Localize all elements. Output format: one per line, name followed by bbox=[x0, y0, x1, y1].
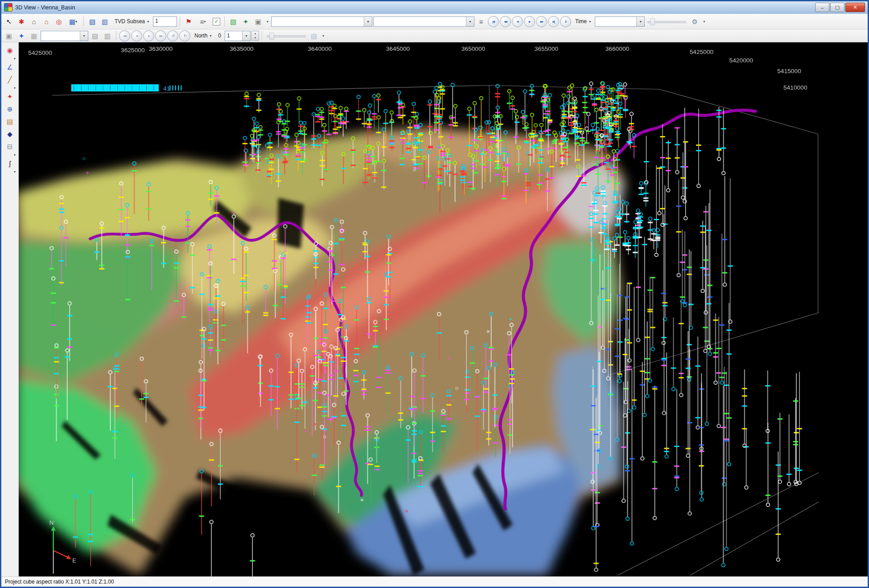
fast-forward-button[interactable]: ▸▸ bbox=[536, 16, 547, 27]
svg-text:E: E bbox=[72, 558, 76, 564]
tool-curve-icon[interactable]: ∫ bbox=[3, 157, 16, 169]
cval-glyph bbox=[272, 17, 364, 26]
tool-expander-1[interactable]: ▾ bbox=[3, 57, 16, 61]
tool-pick-icon[interactable]: ✦ bbox=[3, 90, 16, 103]
player-combo[interactable]: ▾ bbox=[595, 16, 645, 27]
copy-view-icon[interactable]: ▣ bbox=[3, 30, 15, 41]
tool-hammer-icon[interactable]: ⊕ bbox=[3, 103, 16, 115]
skip-end-button[interactable]: ▸| bbox=[548, 16, 559, 27]
nav-forward-button[interactable]: ▸ bbox=[143, 30, 154, 41]
step-spinner[interactable]: ▴▾ bbox=[251, 31, 259, 41]
step-back-button[interactable]: ◂ bbox=[512, 16, 523, 27]
svg-text:×: × bbox=[360, 497, 364, 503]
cval-glyph bbox=[595, 17, 636, 26]
svg-text:5415000: 5415000 bbox=[777, 68, 801, 74]
home-icon[interactable]: ⌂ bbox=[28, 16, 40, 27]
tool-layers-icon[interactable]: ▤ bbox=[3, 115, 16, 127]
hierarchy-dropdown[interactable]: ▾ bbox=[701, 16, 707, 26]
speed-slider[interactable] bbox=[646, 17, 688, 26]
cube-intersection-icon[interactable]: ▥ bbox=[99, 16, 111, 27]
nav-back-button[interactable]: ◂ bbox=[131, 30, 142, 41]
minimize-button[interactable]: – bbox=[815, 3, 829, 12]
tool-education-icon[interactable]: ◆ bbox=[3, 128, 16, 140]
play-button[interactable]: ▸ bbox=[524, 16, 535, 27]
cbtn-glyph: ▾ bbox=[242, 31, 250, 41]
scene-canvas[interactable]: *×○×+○+××○++5425000362500036300003635000… bbox=[19, 42, 868, 576]
gl-glyph: ≡ bbox=[200, 18, 204, 25]
rotate-right-button[interactable]: ↻ bbox=[179, 30, 190, 41]
gl-glyph: ⊕ bbox=[7, 106, 13, 112]
tool-expander-3[interactable]: ▾ bbox=[3, 153, 16, 157]
tool-database-icon[interactable]: ⊟ bbox=[3, 140, 16, 152]
viewport-3d[interactable]: *×○×+○+××○++5425000362500036300003635000… bbox=[19, 42, 868, 576]
compass-icon[interactable]: ✦ bbox=[16, 30, 27, 41]
pause-button[interactable]: ‖ bbox=[560, 16, 571, 27]
zoom-slider[interactable] bbox=[265, 31, 307, 40]
close-button[interactable]: ✕ bbox=[845, 3, 865, 12]
domain-dropdown[interactable]: TVD Subsea▾ bbox=[111, 16, 152, 27]
svg-text:3635000: 3635000 bbox=[230, 45, 254, 52]
ddarrow-glyph: ▾ bbox=[210, 34, 211, 38]
view-combo[interactable]: ▾ bbox=[41, 31, 88, 41]
tool-expander-2[interactable]: ▾ bbox=[3, 86, 16, 90]
gl-glyph: ▤ bbox=[92, 33, 98, 39]
time-dropdown[interactable]: Time▾ bbox=[572, 16, 594, 27]
cube-view-icon[interactable]: ▧ bbox=[86, 16, 98, 27]
title-bar[interactable]: 3D View - Vienna_Basin –▢✕ bbox=[1, 1, 868, 14]
svg-text:○: ○ bbox=[82, 155, 86, 162]
nav-back-fast-button[interactable]: ◂◂ bbox=[119, 30, 130, 41]
list-dropdown[interactable]: ≡▾ bbox=[195, 16, 210, 27]
step-combo[interactable]: 1▾ bbox=[225, 31, 251, 41]
box-3d-icon[interactable]: ▧ bbox=[227, 16, 239, 27]
grid-icon[interactable]: ▦ bbox=[28, 30, 40, 41]
north-dropdown[interactable]: North▾ bbox=[191, 30, 214, 41]
ddarrow-glyph: ▾ bbox=[204, 20, 206, 24]
visibility-checkbox[interactable]: ✓ bbox=[213, 18, 220, 25]
settings-sliders-icon[interactable]: ≡ bbox=[475, 16, 487, 27]
slider-thumb[interactable] bbox=[650, 18, 655, 25]
layers-dropdown[interactable]: ▾ bbox=[321, 31, 326, 41]
ddlabel-glyph: Time bbox=[575, 18, 587, 25]
table-icon[interactable]: ▤ bbox=[89, 30, 101, 41]
hierarchy-icon[interactable]: ⚙ bbox=[689, 16, 700, 27]
gl-glyph: ≡ bbox=[479, 18, 483, 25]
nav-forward-fast-button[interactable]: ▸▸ bbox=[155, 30, 166, 41]
-glyph: ▾ bbox=[252, 36, 259, 40]
app-window: 3D View - Vienna_Basin –▢✕ ↖✱⌂⌂◎▦▾▧▥TVD … bbox=[0, 0, 869, 588]
table-alt-icon[interactable]: ▥ bbox=[102, 30, 113, 41]
skip-start-button[interactable]: |◂ bbox=[488, 16, 499, 27]
seed-icon[interactable]: ✦ bbox=[240, 16, 251, 27]
view-preset-dropdown[interactable]: ▦▾ bbox=[66, 16, 81, 27]
gl-glyph: ▦ bbox=[31, 33, 37, 39]
highlighted-well-bar[interactable]: 41 bbox=[71, 84, 181, 92]
gl-glyph: ⊟ bbox=[7, 143, 13, 150]
ddarrow-glyph: ▾ bbox=[75, 20, 77, 24]
select-pointer-icon[interactable]: ↖ bbox=[3, 16, 15, 27]
object-combo-2[interactable]: ▾ bbox=[373, 16, 474, 27]
status-bar: Project cube aspect ratio X:1.01 Y:1.01 … bbox=[1, 576, 868, 587]
slider-thumb[interactable] bbox=[269, 33, 274, 40]
more-tools-dropdown[interactable]: ▾ bbox=[265, 16, 270, 26]
maximize-button[interactable]: ▢ bbox=[830, 3, 844, 12]
home-alt-icon[interactable]: ⌂ bbox=[41, 16, 52, 27]
camera-icon[interactable]: ▣ bbox=[252, 16, 264, 27]
rewind-button[interactable]: ◂◂ bbox=[500, 16, 511, 27]
well-symbol-icon[interactable]: ✱ bbox=[16, 16, 27, 27]
tool-expander-4[interactable]: ▾ bbox=[3, 170, 16, 174]
svg-text:+: + bbox=[447, 355, 451, 362]
target-icon[interactable]: ◎ bbox=[53, 16, 65, 27]
svg-text:3625000: 3625000 bbox=[121, 47, 145, 53]
vertical-scale-input[interactable]: 1 bbox=[153, 16, 177, 27]
rotation-value: 0 bbox=[215, 33, 224, 39]
left-tool-palette: ◉▾∠╱▾✦⊕▤◆⊟▾∫▾ bbox=[1, 42, 19, 576]
tool-axis-icon[interactable]: ∠ bbox=[3, 61, 16, 73]
svg-text:○: ○ bbox=[323, 433, 326, 440]
tool-wellhead-icon[interactable]: ◉ bbox=[3, 44, 16, 56]
tool-ruler-icon[interactable]: ╱ bbox=[3, 74, 16, 86]
rotate-left-button[interactable]: ↺ bbox=[167, 30, 178, 41]
gl-glyph: ∠ bbox=[7, 64, 12, 70]
gl-glyph: ✱ bbox=[19, 18, 25, 25]
object-combo-1[interactable]: ▾ bbox=[271, 16, 372, 27]
flag-icon[interactable]: ⚑ bbox=[183, 16, 194, 27]
layers-icon[interactable]: ▤ bbox=[308, 30, 320, 41]
